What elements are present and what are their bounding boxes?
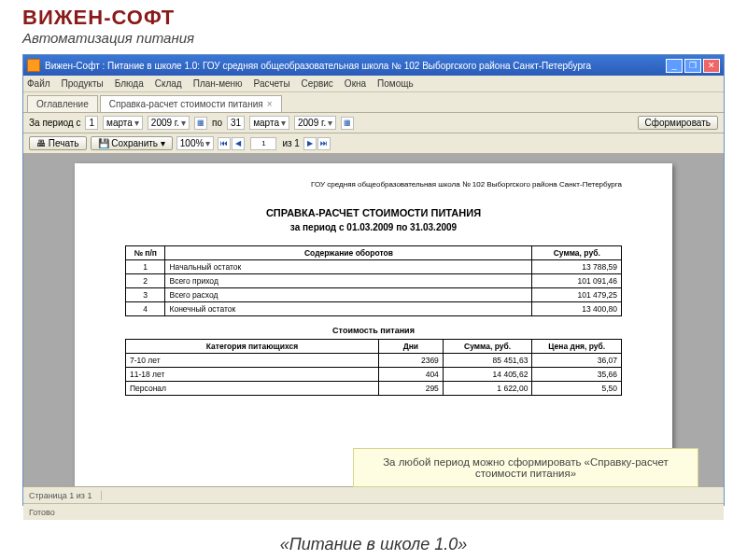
t2h-days: Дни <box>378 340 443 354</box>
tab-close-icon[interactable]: × <box>267 99 273 109</box>
menu-calc[interactable]: Расчеты <box>254 78 290 89</box>
page-total: из 1 <box>282 138 300 148</box>
org-header: ГОУ средняя общеобразовательная школа № … <box>125 180 622 189</box>
nav-next-icon[interactable]: ▶ <box>303 137 317 150</box>
generate-button[interactable]: Сформировать <box>638 116 719 130</box>
table-row: 4Конечный остаток13 400,80 <box>126 302 622 316</box>
menu-windows[interactable]: Окна <box>345 78 366 89</box>
t2h-sum: Сумма, руб. <box>443 340 532 354</box>
brand-block: ВИЖЕН-СОФТ Автоматизация питания <box>22 6 194 46</box>
status-bar-2: Готово <box>23 503 724 520</box>
period-to-label: по <box>212 118 222 128</box>
date-to-day[interactable]: 31 <box>227 116 245 130</box>
nav-last-icon[interactable]: ⏭ <box>317 137 331 150</box>
slide-footer: «Питание в школе 1.0» <box>0 535 747 554</box>
window-title: Вижен-Софт : Питание в школе 1.0: ГОУ ср… <box>45 61 664 71</box>
tab-report[interactable]: Справка-расчет стоимости питания× <box>100 95 282 112</box>
status-page: Страница 1 из 1 <box>29 491 102 500</box>
date-to-month[interactable]: марта <box>249 116 289 130</box>
date-to-year[interactable]: 2009 г. <box>294 116 336 130</box>
print-button[interactable]: 🖶 Печать <box>29 136 87 150</box>
date-range-bar: За период с 1 марта 2009 г. ▦ по 31 март… <box>23 113 724 133</box>
page-number[interactable]: 1 <box>250 137 276 150</box>
report-period: за период с 01.03.2009 по 31.03.2009 <box>125 222 622 232</box>
date-from-day[interactable]: 1 <box>85 116 98 130</box>
date-from-year[interactable]: 2009 г. <box>148 116 190 130</box>
app-window: Вижен-Софт : Питание в школе 1.0: ГОУ ср… <box>22 54 725 506</box>
menu-warehouse[interactable]: Склад <box>155 78 182 89</box>
cal2-icon[interactable]: ▦ <box>341 117 354 130</box>
report-page: ГОУ средняя общеобразовательная школа № … <box>75 163 672 486</box>
menu-dishes[interactable]: Блюда <box>115 78 144 89</box>
report-toolbar: 🖶 Печать 💾 Сохранить ▾ 100% ⏮ ◀ 1 из 1 ▶… <box>23 133 724 154</box>
period-label: За период с <box>29 118 80 128</box>
menu-service[interactable]: Сервис <box>302 78 333 89</box>
save-button[interactable]: 💾 Сохранить ▾ <box>91 136 173 150</box>
nav-first-icon[interactable]: ⏮ <box>218 137 231 150</box>
title-bar: Вижен-Софт : Питание в школе 1.0: ГОУ ср… <box>23 55 724 76</box>
table-row: 2Всего приход101 091,46 <box>126 274 622 288</box>
t1h-n: № п/п <box>126 246 165 260</box>
table-row: Персонал2951 622,005,50 <box>126 382 622 396</box>
app-icon <box>27 59 40 72</box>
brand-title: ВИЖЕН-СОФТ <box>22 6 194 30</box>
close-button[interactable]: ✕ <box>703 59 720 73</box>
date-from-month[interactable]: марта <box>103 116 143 130</box>
zoom-select[interactable]: 100% <box>176 136 215 150</box>
maximize-button[interactable]: ❐ <box>684 59 701 73</box>
status-ready: Готово <box>29 508 55 517</box>
tab-toc[interactable]: Оглавление <box>27 95 98 112</box>
document-viewport[interactable]: ГОУ средняя общеобразовательная школа № … <box>23 154 724 486</box>
t2h-price: Цена дня, руб. <box>532 340 622 354</box>
minimize-button[interactable]: _ <box>666 59 683 73</box>
menu-bar: Файл Продукты Блюда Склад План-меню Расч… <box>23 76 724 92</box>
t2-caption: Стоимость питания <box>125 326 622 335</box>
table-row: 3Всего расход101 479,25 <box>126 288 622 302</box>
status-bar: Страница 1 из 1 <box>23 486 724 503</box>
callout-note: За любой период можно сформировать «Спра… <box>353 448 698 487</box>
menu-help[interactable]: Помощь <box>377 78 414 89</box>
cost-table: Категория питающихся Дни Сумма, руб. Цен… <box>125 339 622 396</box>
tab-bar: Оглавление Справка-расчет стоимости пита… <box>23 92 724 113</box>
brand-subtitle: Автоматизация питания <box>22 30 194 46</box>
t1h-sum: Сумма, руб. <box>532 246 622 260</box>
t1h-desc: Содержание оборотов <box>165 246 532 260</box>
menu-file[interactable]: Файл <box>27 78 50 89</box>
nav-prev-icon[interactable]: ◀ <box>232 137 245 150</box>
table-row: 11-18 лет40414 405,6235,66 <box>126 368 622 382</box>
menu-plan[interactable]: План-меню <box>193 78 243 89</box>
t2h-cat: Категория питающихся <box>126 340 379 354</box>
cal1-icon[interactable]: ▦ <box>194 117 207 130</box>
table-row: 7-10 лет236985 451,6336,07 <box>126 354 622 368</box>
report-title: СПРАВКА-РАСЧЕТ СТОИМОСТИ ПИТАНИЯ <box>125 207 622 218</box>
table-row: 1Начальный остаток13 788,59 <box>126 260 622 274</box>
menu-products[interactable]: Продукты <box>62 78 104 89</box>
turnover-table: № п/п Содержание оборотов Сумма, руб. 1Н… <box>125 245 622 316</box>
